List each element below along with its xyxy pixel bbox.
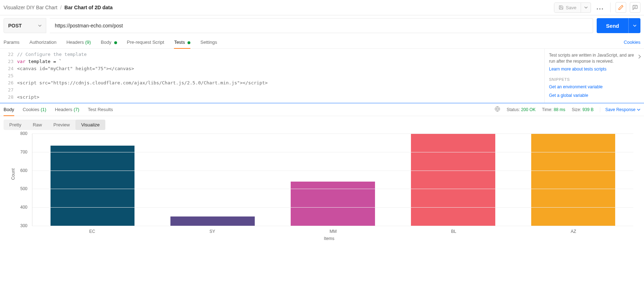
x-tick: SY: [210, 229, 215, 234]
line-number: 26: [0, 79, 14, 87]
svg-point-1: [599, 8, 600, 9]
viewmode-raw[interactable]: Raw: [27, 120, 48, 130]
x-tick: BL: [451, 229, 456, 234]
code-line: <script src="https://cdnjs.cloudflare.co…: [17, 80, 268, 85]
more-actions-button[interactable]: [595, 3, 605, 12]
size-label: Size:: [572, 107, 581, 112]
ellipsis-icon: [597, 8, 603, 10]
resp-tab-cookies[interactable]: Cookies (1): [23, 103, 46, 116]
tab-params[interactable]: Params: [4, 36, 20, 48]
y-tick: 500: [20, 186, 27, 191]
resp-tab-headers[interactable]: Headers (7): [55, 103, 79, 116]
gridline: [32, 134, 633, 134]
line-number: 24: [0, 65, 14, 72]
gridline: [32, 226, 633, 226]
globe-icon[interactable]: [495, 106, 500, 113]
bar-chart: Count 300400500600700800 ECSYMMBLAZ Item…: [21, 134, 637, 240]
line-number: 27: [0, 87, 14, 94]
bar-AZ: [531, 134, 615, 226]
y-tick: 300: [20, 223, 27, 228]
method-select[interactable]: POST: [4, 18, 46, 33]
code-line: [17, 87, 544, 94]
response-tabs-row: Body Cookies (1) Headers (7) Test Result…: [0, 103, 644, 116]
tab-settings[interactable]: Settings: [200, 36, 217, 48]
snippet-link[interactable]: Get an environment variable: [549, 84, 640, 89]
breadcrumb-sep: /: [60, 5, 62, 10]
line-number: 23: [0, 58, 14, 65]
resp-tab-body[interactable]: Body: [4, 103, 14, 116]
save-icon: [559, 5, 564, 10]
status-dot-icon: [188, 41, 190, 44]
send-caret[interactable]: [628, 18, 640, 33]
header-row: Visualizer DIY Bar Chart / Bar Chart of …: [0, 0, 644, 15]
time-value: 88 ms: [554, 107, 565, 112]
tab-body[interactable]: Body: [101, 36, 117, 48]
chevron-down-icon: [637, 108, 640, 111]
save-group: Save: [554, 2, 591, 13]
tests-sidebar: Test scripts are written in JavaScript, …: [544, 49, 644, 103]
learn-more-link[interactable]: Learn more about tests scripts: [549, 67, 640, 72]
y-tick: 800: [20, 131, 27, 136]
headers-count: (7): [74, 107, 79, 112]
request-row: POST https://postman-echo.com/post Send: [0, 15, 644, 33]
tab-prerequest[interactable]: Pre-request Script: [127, 36, 164, 48]
top-actions: Save: [554, 2, 640, 13]
y-tick: 600: [20, 168, 27, 173]
chevron-right-icon[interactable]: [638, 54, 641, 60]
x-tick: EC: [89, 229, 95, 234]
y-tick: 400: [20, 205, 27, 210]
svg-point-2: [602, 8, 603, 9]
line-number: 25: [0, 72, 14, 79]
bars-layer: [32, 134, 633, 226]
time-label: Time:: [542, 107, 553, 112]
viewmode-visualize[interactable]: Visualize: [75, 120, 105, 130]
gridline: [32, 207, 633, 208]
tab-label: Body: [101, 40, 111, 45]
url-input[interactable]: https://postman-echo.com/post: [50, 18, 593, 33]
save-button[interactable]: Save: [554, 3, 581, 12]
editor-wrap: 22 23 24 25 26 27 28 // Configure the te…: [0, 49, 644, 103]
line-gutter: 22 23 24 25 26 27 28: [0, 51, 17, 101]
gridline: [32, 152, 633, 152]
divider: [610, 2, 611, 12]
save-caret[interactable]: [581, 3, 591, 12]
breadcrumb-current: Bar Chart of 2D data: [64, 5, 112, 10]
breadcrumb-parent[interactable]: Visualizer DIY Bar Chart: [4, 5, 57, 10]
code-line: <script>: [17, 94, 39, 100]
edit-button[interactable]: [616, 2, 626, 13]
y-tick: 700: [20, 150, 27, 155]
line-number: 22: [0, 51, 14, 58]
save-response-button[interactable]: Save Response: [600, 107, 640, 112]
breadcrumb: Visualizer DIY Bar Chart / Bar Chart of …: [4, 5, 112, 10]
bar-EC: [51, 146, 134, 226]
resp-tab-testresults[interactable]: Test Results: [88, 103, 113, 116]
line-number: 28: [0, 94, 14, 101]
request-tabs: Params Authorization Headers (9) Body Pr…: [4, 36, 217, 48]
viewmode-pretty[interactable]: Pretty: [4, 120, 27, 130]
x-axis-label: Items: [21, 236, 637, 241]
sidebar-description: Test scripts are written in JavaScript, …: [549, 52, 640, 64]
cookies-count: (1): [41, 107, 46, 112]
cookies-link[interactable]: Cookies: [624, 36, 640, 48]
status-value: 200 OK: [521, 107, 536, 112]
snippets-header: SNIPPETS: [549, 77, 640, 82]
code-line: [17, 72, 544, 79]
send-button[interactable]: Send: [597, 18, 628, 33]
pencil-icon: [618, 5, 624, 10]
plot-area: 300400500600700800: [32, 134, 633, 226]
comments-button[interactable]: [630, 2, 640, 13]
comment-icon: [632, 5, 638, 10]
viewmode-preview[interactable]: Preview: [48, 120, 75, 130]
bar-BL: [411, 134, 495, 226]
gridline: [32, 189, 633, 189]
snippet-link[interactable]: Get a global variable: [549, 93, 640, 98]
view-mode-group: Pretty Raw Preview Visualize: [4, 120, 105, 130]
url-value: https://postman-echo.com/post: [55, 23, 123, 28]
tab-authorization[interactable]: Authorization: [30, 36, 57, 48]
tab-tests[interactable]: Tests: [174, 36, 190, 48]
y-axis-label: Count: [11, 168, 16, 180]
code-editor[interactable]: 22 23 24 25 26 27 28 // Configure the te…: [0, 49, 544, 103]
tab-headers[interactable]: Headers (9): [67, 36, 91, 48]
send-group: Send: [597, 18, 640, 33]
tab-label: Headers: [67, 40, 84, 45]
